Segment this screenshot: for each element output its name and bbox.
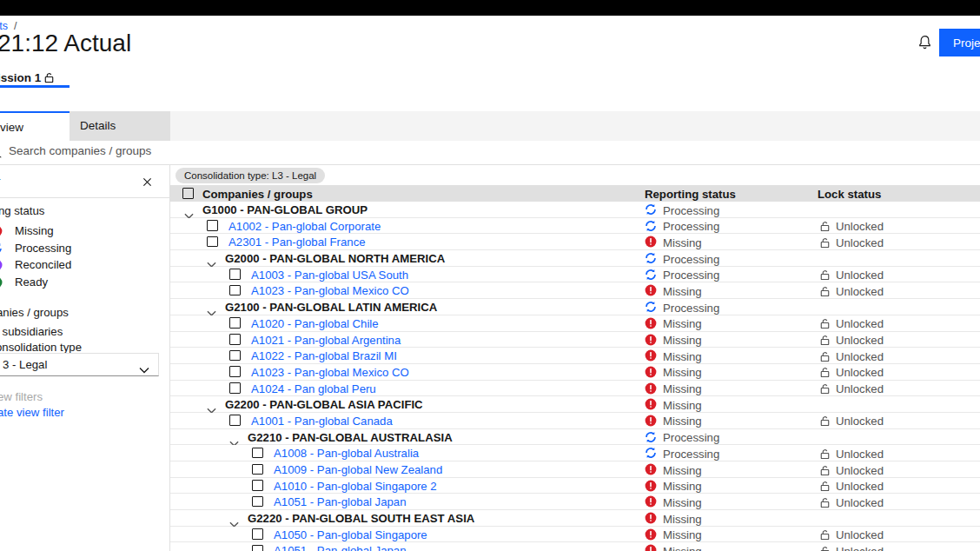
row-checkbox[interactable] bbox=[252, 528, 263, 540]
subsidiaries-option[interactable]: l subsidiaries bbox=[0, 325, 63, 338]
row-checkbox[interactable] bbox=[229, 350, 241, 362]
row-checkbox[interactable] bbox=[207, 220, 218, 231]
row-checkbox[interactable] bbox=[229, 269, 241, 280]
row-checkbox[interactable] bbox=[252, 496, 263, 508]
table-body: G1000 - PAN-GLOBAL GROUPProcessingA1002 … bbox=[170, 202, 980, 551]
row-checkbox[interactable] bbox=[229, 285, 241, 296]
search-input[interactable] bbox=[9, 144, 374, 157]
chevron-down-icon[interactable] bbox=[229, 515, 239, 521]
table-row[interactable]: G2100 - PAN-GLOBAL LATIN AMERICAProcessi… bbox=[170, 299, 980, 315]
filter-option-label: Missing bbox=[15, 224, 54, 237]
table-row[interactable]: G2220 - PAN-GLOBAL SOUTH EAST ASIAMissin… bbox=[170, 510, 980, 527]
company-link[interactable]: A1051 - Pan-global Japan bbox=[274, 495, 407, 508]
select-all-checkbox[interactable] bbox=[182, 188, 194, 199]
table-row[interactable]: A1020 - Pan-global ChileMissingUnlocked bbox=[170, 315, 980, 332]
reporting-status-label: Missing bbox=[663, 545, 702, 551]
consolidation-type-tag: Consolidation type: L3 - Legal bbox=[175, 168, 325, 183]
consolidation-type-dropdown[interactable]: 3 - Legal bbox=[0, 353, 159, 376]
chevron-down-icon[interactable] bbox=[207, 304, 216, 310]
content-tabs: view Details bbox=[0, 111, 980, 141]
company-link[interactable]: A1023 - Pan-global Mexico CO bbox=[251, 284, 409, 297]
row-checkbox[interactable] bbox=[229, 415, 241, 426]
row-checkbox[interactable] bbox=[252, 545, 263, 551]
reporting-status-label: Processing bbox=[663, 448, 719, 461]
row-checkbox[interactable] bbox=[207, 236, 218, 248]
table-row[interactable]: A1010 - Pan-global Singapore 2MissingUnl… bbox=[170, 478, 980, 495]
create-view-filter-link[interactable]: ate view filter bbox=[0, 406, 64, 419]
row-checkbox[interactable] bbox=[252, 464, 263, 475]
divider bbox=[0, 197, 169, 198]
company-link[interactable]: A1050 - Pan-global Singapore bbox=[274, 528, 427, 541]
chevron-down-icon[interactable] bbox=[207, 402, 216, 408]
company-link[interactable]: A1020 - Pan-global Chile bbox=[251, 317, 379, 330]
company-link[interactable]: A1022 - Pan-global Brazil MI bbox=[251, 349, 397, 362]
unlock-icon bbox=[819, 382, 831, 394]
table-row[interactable]: A1051 - Pan-global JapanMissingUnlocked bbox=[170, 494, 980, 510]
error-icon bbox=[645, 349, 657, 362]
error-icon bbox=[645, 334, 657, 346]
company-link[interactable]: A1021 - Pan-global Argentina bbox=[251, 334, 401, 347]
chevron-down-icon[interactable] bbox=[229, 435, 239, 441]
filter-panel: r ing status MissingProcessingReconciled… bbox=[0, 165, 170, 551]
table-row[interactable]: A1009 - Pan-global New ZealandMissingUnl… bbox=[170, 461, 980, 478]
table-row[interactable]: A1003 - Pan-global USA SouthProcessingUn… bbox=[170, 267, 980, 283]
companies-table: Consolidation type: L3 - Legal Companies… bbox=[170, 165, 980, 551]
company-link[interactable]: A1003 - Pan-global USA South bbox=[251, 269, 408, 282]
table-row[interactable]: A1001 - Pan-global CanadaMissingUnlocked bbox=[170, 413, 980, 429]
company-link[interactable]: A1002 - Pan-global Corporate bbox=[228, 220, 381, 233]
tab-overview[interactable]: view bbox=[0, 111, 70, 141]
submission-tab[interactable]: ission 1 bbox=[0, 71, 41, 84]
table-row[interactable]: A1008 - Pan-global AustraliaProcessingUn… bbox=[170, 445, 980, 461]
project-button[interactable]: Project bbox=[939, 29, 980, 56]
company-link[interactable]: A1023 - Pan-global Mexico CO bbox=[251, 366, 409, 379]
table-row[interactable]: A1023 - Pan-global Mexico COMissingUnloc… bbox=[170, 282, 980, 299]
lock-status-label: Unlocked bbox=[836, 350, 884, 363]
company-link[interactable]: A1008 - Pan-global Australia bbox=[274, 447, 419, 460]
company-link[interactable]: A2301 - Pan-global France bbox=[228, 236, 366, 249]
table-row[interactable]: G2000 - PAN-GLOBAL NORTH AMERICAProcessi… bbox=[170, 250, 980, 267]
company-link[interactable]: A1001 - Pan-global Canada bbox=[251, 415, 393, 428]
error-icon bbox=[645, 480, 657, 492]
row-checkbox[interactable] bbox=[229, 334, 241, 345]
column-header-reporting-status: Reporting status bbox=[645, 188, 736, 201]
reporting-status-label: Missing bbox=[663, 366, 702, 379]
reporting-status-label: Missing bbox=[663, 334, 702, 347]
row-checkbox[interactable] bbox=[252, 448, 263, 459]
company-link[interactable]: A1010 - Pan-global Singapore 2 bbox=[274, 480, 437, 493]
company-link[interactable]: A1024 - Pan global Peru bbox=[251, 382, 376, 395]
table-row[interactable]: A1023 - Pan-global Mexico COMissingUnloc… bbox=[170, 364, 980, 381]
reporting-status-label: Missing bbox=[663, 480, 702, 493]
renew-icon bbox=[645, 431, 657, 443]
table-row[interactable]: A1022 - Pan-global Brazil MIMissingUnloc… bbox=[170, 348, 980, 364]
table-row[interactable]: G1000 - PAN-GLOBAL GROUPProcessing bbox=[170, 202, 980, 218]
table-row[interactable]: G2210 - PAN-GLOBAL AUSTRALASIAProcessing bbox=[170, 429, 980, 446]
filter-option-processing[interactable]: Processing bbox=[0, 242, 71, 255]
close-icon[interactable] bbox=[142, 175, 153, 185]
tab-details[interactable]: Details bbox=[70, 111, 170, 141]
table-row[interactable]: A1021 - Pan-global ArgentinaMissingUnloc… bbox=[170, 332, 980, 349]
row-checkbox[interactable] bbox=[252, 480, 263, 491]
row-checkbox[interactable] bbox=[229, 366, 241, 377]
unlock-icon bbox=[819, 236, 831, 248]
renew-icon bbox=[0, 242, 3, 255]
row-checkbox[interactable] bbox=[229, 382, 241, 394]
table-row[interactable]: A1024 - Pan global PeruMissingUnlocked bbox=[170, 381, 980, 397]
lock-status-label: Unlocked bbox=[836, 496, 884, 509]
company-link[interactable]: A1009 - Pan-global New Zealand bbox=[274, 463, 442, 476]
table-row[interactable]: A2301 - Pan-global FranceMissingUnlocked bbox=[170, 234, 980, 250]
table-row[interactable]: A1050 - Pan-global SingaporeMissingUnloc… bbox=[170, 527, 980, 543]
row-checkbox[interactable] bbox=[229, 317, 241, 329]
company-link[interactable]: A1051 - Pan-global Japan bbox=[274, 544, 407, 551]
table-row[interactable]: G2200 - PAN-GLOBAL ASIA PACIFICMissing bbox=[170, 396, 980, 413]
table-row[interactable]: A1002 - Pan-global CorporateProcessingUn… bbox=[170, 218, 980, 235]
reporting-status-label: Missing bbox=[663, 496, 702, 509]
filter-option-reconciled[interactable]: Reconciled bbox=[0, 258, 71, 271]
reporting-status-label: Processing bbox=[663, 253, 719, 266]
unlock-icon bbox=[819, 285, 831, 296]
chevron-down-icon[interactable] bbox=[184, 207, 194, 213]
chevron-down-icon[interactable] bbox=[207, 256, 216, 262]
table-row[interactable]: A1051 - Pan-global JapanMissingUnlocked bbox=[170, 542, 980, 551]
filter-option-missing[interactable]: Missing bbox=[0, 224, 54, 237]
notification-bell-icon[interactable] bbox=[917, 35, 932, 50]
filter-option-ready[interactable]: Ready bbox=[0, 276, 48, 289]
